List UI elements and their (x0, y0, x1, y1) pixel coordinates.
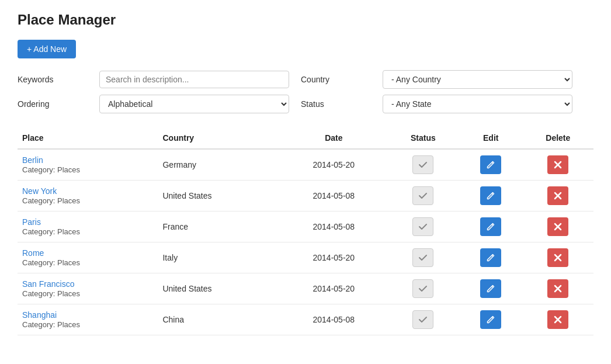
filters-section: Keywords Country - Any Country China Fra… (18, 70, 572, 113)
place-name-link[interactable]: Shanghai (22, 310, 153, 320)
place-cell: Rome Category: Places (18, 242, 158, 273)
country-cell: United States (158, 273, 280, 304)
place-cell: Berlin Category: Places (18, 149, 158, 181)
country-cell: Italy (158, 242, 280, 273)
edit-button[interactable] (480, 155, 501, 174)
place-category: Category: Places (22, 196, 80, 205)
date-cell: 2014-05-20 (280, 242, 387, 273)
status-cell[interactable] (387, 149, 459, 181)
status-cell[interactable] (387, 273, 459, 304)
edit-cell[interactable] (459, 212, 523, 242)
delete-cell[interactable] (523, 181, 593, 212)
edit-cell[interactable] (459, 181, 523, 212)
edit-button[interactable] (480, 310, 501, 329)
edit-cell[interactable] (459, 149, 523, 181)
country-cell: United States (158, 181, 280, 212)
check-icon (418, 284, 428, 293)
country-select[interactable]: - Any Country China France Germany Italy… (383, 70, 572, 89)
edit-icon (486, 253, 495, 262)
delete-button[interactable] (547, 155, 568, 174)
status-select[interactable]: - Any State Published Unpublished (383, 95, 572, 113)
add-new-button[interactable]: + Add New (18, 40, 76, 58)
date-cell: 2014-05-08 (280, 212, 387, 242)
place-category: Category: Places (22, 320, 80, 329)
delete-cell[interactable] (523, 212, 593, 242)
edit-icon (486, 191, 495, 200)
date-cell: 2014-05-08 (280, 304, 387, 335)
place-name-link[interactable]: Rome (22, 248, 153, 258)
delete-cell[interactable] (523, 273, 593, 304)
place-cell: New York Category: Places (18, 181, 158, 212)
status-cell[interactable] (387, 304, 459, 335)
edit-button[interactable] (480, 186, 501, 205)
col-date: Date (280, 127, 387, 149)
table-row: Berlin Category: Places Germany 2014-05-… (18, 149, 593, 181)
country-cell: China (158, 304, 280, 335)
places-table: Place Country Date Status Edit Delete Be… (18, 127, 593, 335)
country-cell: France (158, 212, 280, 242)
ordering-select[interactable]: Alphabetical Most Recent Oldest (99, 95, 289, 113)
status-cell[interactable] (387, 242, 459, 273)
place-cell: Paris Category: Places (18, 212, 158, 242)
place-cell: San Francisco Category: Places (18, 273, 158, 304)
check-icon (418, 222, 428, 231)
edit-cell[interactable] (459, 242, 523, 273)
date-cell: 2014-05-08 (280, 181, 387, 212)
table-header-row: Place Country Date Status Edit Delete (18, 127, 593, 149)
place-category: Category: Places (22, 258, 80, 267)
check-icon (418, 191, 428, 200)
status-toggle-button[interactable] (412, 310, 433, 329)
page-title: Place Manager (18, 12, 593, 28)
col-edit: Edit (459, 127, 523, 149)
delete-button[interactable] (547, 310, 568, 329)
place-category: Category: Places (22, 165, 80, 174)
delete-cell[interactable] (523, 149, 593, 181)
status-toggle-button[interactable] (412, 155, 433, 174)
status-toggle-button[interactable] (412, 248, 433, 267)
col-status: Status (387, 127, 459, 149)
table-row: Paris Category: Places France 2014-05-08 (18, 212, 593, 242)
edit-button[interactable] (480, 279, 501, 298)
check-icon (418, 160, 428, 169)
place-category: Category: Places (22, 289, 80, 298)
delete-button[interactable] (547, 217, 568, 236)
delete-icon (553, 191, 563, 200)
delete-cell[interactable] (523, 304, 593, 335)
delete-cell[interactable] (523, 242, 593, 273)
edit-icon (486, 315, 495, 324)
status-toggle-button[interactable] (412, 279, 433, 298)
delete-icon (553, 222, 563, 231)
place-name-link[interactable]: New York (22, 186, 153, 196)
status-toggle-button[interactable] (412, 186, 433, 205)
table-row: San Francisco Category: Places United St… (18, 273, 593, 304)
delete-icon (553, 315, 563, 324)
place-category: Category: Places (22, 227, 80, 236)
place-name-link[interactable]: Berlin (22, 155, 153, 165)
edit-cell[interactable] (459, 273, 523, 304)
keywords-input[interactable] (99, 71, 289, 88)
place-cell: Shanghai Category: Places (18, 304, 158, 335)
date-cell: 2014-05-20 (280, 273, 387, 304)
delete-button[interactable] (547, 186, 568, 205)
place-name-link[interactable]: San Francisco (22, 279, 153, 289)
check-icon (418, 253, 428, 262)
col-place: Place (18, 127, 158, 149)
delete-button[interactable] (547, 279, 568, 298)
status-toggle-button[interactable] (412, 217, 433, 236)
country-label: Country (301, 75, 371, 84)
delete-icon (553, 253, 563, 262)
place-name-link[interactable]: Paris (22, 217, 153, 227)
status-cell[interactable] (387, 181, 459, 212)
status-label: Status (301, 99, 371, 109)
country-cell: Germany (158, 149, 280, 181)
check-icon (418, 315, 428, 324)
edit-cell[interactable] (459, 304, 523, 335)
date-cell: 2014-05-20 (280, 149, 387, 181)
edit-button[interactable] (480, 217, 501, 236)
edit-icon (486, 284, 495, 293)
edit-button[interactable] (480, 248, 501, 267)
delete-button[interactable] (547, 248, 568, 267)
col-delete: Delete (523, 127, 593, 149)
delete-icon (553, 284, 563, 293)
status-cell[interactable] (387, 212, 459, 242)
